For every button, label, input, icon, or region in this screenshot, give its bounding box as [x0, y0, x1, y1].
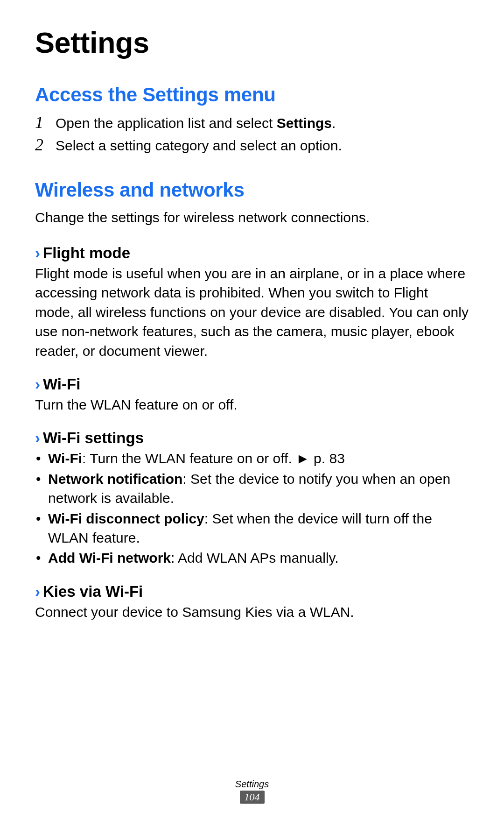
step-number: 2	[35, 135, 56, 155]
bullet-text: Network notification: Set the device to …	[48, 469, 469, 508]
bullet-bold: Wi-Fi	[48, 451, 82, 466]
bullet-item: • Add Wi-Fi network: Add WLAN APs manual…	[35, 548, 469, 567]
section-heading-wireless: Wireless and networks	[35, 179, 469, 201]
subsection-body: Flight mode is useful when you are in an…	[35, 264, 469, 360]
bullet-bold: Add Wi-Fi network	[48, 550, 171, 565]
step-text-before: Open the application list and select	[56, 115, 277, 131]
bullet-icon: •	[35, 509, 48, 548]
bullet-bold: Wi-Fi disconnect policy	[48, 511, 204, 526]
subsection-title: Wi-Fi	[43, 375, 80, 393]
subsection-wifi-settings: › Wi-Fi settings • Wi-Fi: Turn the WLAN …	[35, 429, 469, 567]
step-number: 1	[35, 113, 56, 132]
bullet-rest: : Add WLAN APs manually.	[171, 550, 339, 565]
bullet-text: Add Wi-Fi network: Add WLAN APs manually…	[48, 548, 469, 567]
subsection-kies: › Kies via Wi-Fi Connect your device to …	[35, 583, 469, 622]
chevron-icon: ›	[35, 583, 40, 601]
bullet-icon: •	[35, 548, 48, 567]
footer-label: Settings	[0, 779, 504, 790]
chevron-icon: ›	[35, 244, 40, 262]
step-2: 2 Select a setting category and select a…	[35, 135, 469, 156]
step-text-bold: Settings	[277, 115, 332, 131]
bullet-rest: : Turn the WLAN feature on or off. ► p. …	[82, 451, 345, 466]
section-desc: Change the settings for wireless network…	[35, 208, 469, 227]
subsection-wifi: › Wi-Fi Turn the WLAN feature on or off.	[35, 375, 469, 414]
page-title: Settings	[35, 26, 469, 59]
section-heading-access: Access the Settings menu	[35, 84, 469, 106]
bullet-list: • Wi-Fi: Turn the WLAN feature on or off…	[35, 449, 469, 567]
subsection-title: Kies via Wi-Fi	[43, 583, 143, 601]
subsection-title: Wi-Fi settings	[43, 429, 144, 447]
bullet-text: Wi-Fi: Turn the WLAN feature on or off. …	[48, 449, 469, 468]
numbered-steps: 1 Open the application list and select S…	[35, 113, 469, 156]
subsection-title: Flight mode	[43, 244, 130, 262]
subsection-heading: › Flight mode	[35, 244, 469, 262]
bullet-icon: •	[35, 469, 48, 508]
step-text: Select a setting category and select an …	[56, 136, 342, 156]
bullet-item: • Network notification: Set the device t…	[35, 469, 469, 508]
step-1: 1 Open the application list and select S…	[35, 113, 469, 133]
subsection-heading: › Wi-Fi settings	[35, 429, 469, 447]
chevron-icon: ›	[35, 429, 40, 447]
subsection-flight-mode: › Flight mode Flight mode is useful when…	[35, 244, 469, 360]
bullet-item: • Wi-Fi: Turn the WLAN feature on or off…	[35, 449, 469, 468]
subsection-body: Turn the WLAN feature on or off.	[35, 395, 469, 414]
footer: Settings 104	[0, 779, 504, 804]
chevron-icon: ›	[35, 375, 40, 393]
bullet-text: Wi-Fi disconnect policy: Set when the de…	[48, 509, 469, 548]
step-text: Open the application list and select Set…	[56, 113, 336, 133]
bullet-item: • Wi-Fi disconnect policy: Set when the …	[35, 509, 469, 548]
bullet-icon: •	[35, 449, 48, 468]
step-text-before: Select a setting category and select an …	[56, 138, 342, 153]
page-number-badge: 104	[240, 791, 265, 804]
subsection-heading: › Kies via Wi-Fi	[35, 583, 469, 601]
step-text-after: .	[332, 115, 336, 131]
subsection-body: Connect your device to Samsung Kies via …	[35, 602, 469, 622]
bullet-bold: Network notification	[48, 471, 182, 487]
subsection-heading: › Wi-Fi	[35, 375, 469, 393]
